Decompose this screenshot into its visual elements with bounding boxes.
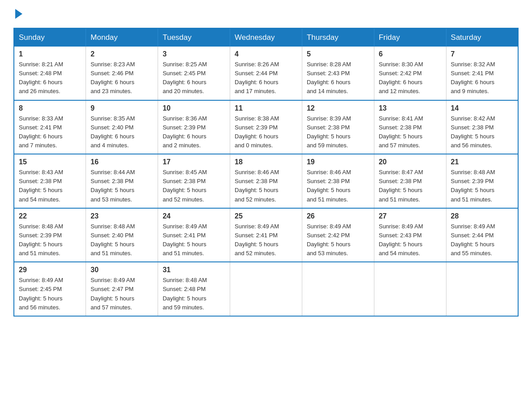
calendar-week-row: 22Sunrise: 8:48 AM Sunset: 2:39 PM Dayli… (14, 208, 518, 262)
day-number: 6 (379, 50, 442, 58)
weekday-header-monday: Monday (86, 28, 158, 47)
day-info: Sunrise: 8:48 AM Sunset: 2:39 PM Dayligh… (451, 168, 513, 204)
calendar-week-row: 8Sunrise: 8:33 AM Sunset: 2:41 PM Daylig… (14, 100, 518, 154)
day-info: Sunrise: 8:33 AM Sunset: 2:41 PM Dayligh… (19, 114, 81, 150)
day-number: 1 (19, 50, 81, 58)
weekday-header-thursday: Thursday (302, 28, 374, 47)
weekday-header-saturday: Saturday (446, 28, 518, 47)
day-number: 2 (90, 50, 153, 58)
logo (13, 9, 22, 19)
day-number: 24 (163, 212, 225, 220)
calendar-day-cell: 29Sunrise: 8:49 AM Sunset: 2:45 PM Dayli… (14, 262, 86, 316)
calendar-day-cell: 6Sunrise: 8:30 AM Sunset: 2:42 PM Daylig… (374, 47, 446, 100)
weekday-header-tuesday: Tuesday (158, 28, 230, 47)
calendar-day-cell: 8Sunrise: 8:33 AM Sunset: 2:41 PM Daylig… (14, 100, 86, 154)
day-number: 3 (163, 50, 225, 58)
calendar-day-cell: 5Sunrise: 8:28 AM Sunset: 2:43 PM Daylig… (302, 47, 374, 100)
calendar-empty-cell (230, 262, 302, 316)
day-number: 25 (235, 212, 297, 220)
page-header (13, 9, 519, 19)
day-number: 15 (19, 158, 81, 166)
day-info: Sunrise: 8:26 AM Sunset: 2:44 PM Dayligh… (235, 60, 297, 96)
day-info: Sunrise: 8:25 AM Sunset: 2:45 PM Dayligh… (163, 60, 225, 96)
day-number: 5 (307, 50, 369, 58)
calendar-day-cell: 28Sunrise: 8:49 AM Sunset: 2:44 PM Dayli… (446, 208, 518, 262)
calendar-day-cell: 21Sunrise: 8:48 AM Sunset: 2:39 PM Dayli… (446, 154, 518, 208)
day-info: Sunrise: 8:48 AM Sunset: 2:48 PM Dayligh… (163, 276, 225, 312)
calendar-day-cell: 3Sunrise: 8:25 AM Sunset: 2:45 PM Daylig… (158, 47, 230, 100)
day-info: Sunrise: 8:46 AM Sunset: 2:38 PM Dayligh… (307, 168, 369, 204)
day-number: 28 (451, 212, 513, 220)
day-info: Sunrise: 8:41 AM Sunset: 2:38 PM Dayligh… (379, 114, 442, 150)
day-number: 22 (19, 212, 81, 220)
calendar-day-cell: 14Sunrise: 8:42 AM Sunset: 2:38 PM Dayli… (446, 100, 518, 154)
weekday-header-wednesday: Wednesday (230, 28, 302, 47)
day-number: 26 (307, 212, 369, 220)
calendar-day-cell: 9Sunrise: 8:35 AM Sunset: 2:40 PM Daylig… (86, 100, 158, 154)
calendar-empty-cell (302, 262, 374, 316)
day-number: 14 (451, 104, 513, 112)
weekday-header-friday: Friday (374, 28, 446, 47)
day-info: Sunrise: 8:49 AM Sunset: 2:45 PM Dayligh… (19, 276, 81, 312)
day-number: 7 (451, 50, 513, 58)
day-info: Sunrise: 8:43 AM Sunset: 2:38 PM Dayligh… (19, 168, 81, 204)
day-info: Sunrise: 8:44 AM Sunset: 2:38 PM Dayligh… (90, 168, 153, 204)
day-number: 21 (451, 158, 513, 166)
day-number: 30 (90, 266, 153, 274)
day-info: Sunrise: 8:32 AM Sunset: 2:41 PM Dayligh… (451, 60, 513, 96)
day-info: Sunrise: 8:49 AM Sunset: 2:47 PM Dayligh… (90, 276, 153, 312)
day-info: Sunrise: 8:48 AM Sunset: 2:39 PM Dayligh… (19, 222, 81, 258)
calendar-day-cell: 12Sunrise: 8:39 AM Sunset: 2:38 PM Dayli… (302, 100, 374, 154)
day-number: 8 (19, 104, 81, 112)
logo-triangle-icon (15, 9, 22, 19)
day-info: Sunrise: 8:49 AM Sunset: 2:43 PM Dayligh… (379, 222, 442, 258)
day-info: Sunrise: 8:47 AM Sunset: 2:38 PM Dayligh… (379, 168, 442, 204)
day-info: Sunrise: 8:48 AM Sunset: 2:40 PM Dayligh… (90, 222, 153, 258)
calendar-day-cell: 4Sunrise: 8:26 AM Sunset: 2:44 PM Daylig… (230, 47, 302, 100)
weekday-header-sunday: Sunday (14, 28, 86, 47)
calendar-empty-cell (446, 262, 518, 316)
calendar-day-cell: 26Sunrise: 8:49 AM Sunset: 2:42 PM Dayli… (302, 208, 374, 262)
day-number: 12 (307, 104, 369, 112)
day-number: 16 (90, 158, 153, 166)
calendar-day-cell: 7Sunrise: 8:32 AM Sunset: 2:41 PM Daylig… (446, 47, 518, 100)
day-number: 23 (90, 212, 153, 220)
day-info: Sunrise: 8:35 AM Sunset: 2:40 PM Dayligh… (90, 114, 153, 150)
calendar-week-row: 15Sunrise: 8:43 AM Sunset: 2:38 PM Dayli… (14, 154, 518, 208)
day-info: Sunrise: 8:49 AM Sunset: 2:44 PM Dayligh… (451, 222, 513, 258)
day-number: 10 (163, 104, 225, 112)
day-info: Sunrise: 8:39 AM Sunset: 2:38 PM Dayligh… (307, 114, 369, 150)
calendar-day-cell: 22Sunrise: 8:48 AM Sunset: 2:39 PM Dayli… (14, 208, 86, 262)
day-number: 20 (379, 158, 442, 166)
calendar-day-cell: 2Sunrise: 8:23 AM Sunset: 2:46 PM Daylig… (86, 47, 158, 100)
day-info: Sunrise: 8:38 AM Sunset: 2:39 PM Dayligh… (235, 114, 297, 150)
day-info: Sunrise: 8:49 AM Sunset: 2:41 PM Dayligh… (163, 222, 225, 258)
day-info: Sunrise: 8:49 AM Sunset: 2:41 PM Dayligh… (235, 222, 297, 258)
calendar-week-row: 29Sunrise: 8:49 AM Sunset: 2:45 PM Dayli… (14, 262, 518, 316)
calendar-header-row: SundayMondayTuesdayWednesdayThursdayFrid… (14, 28, 518, 47)
calendar-day-cell: 16Sunrise: 8:44 AM Sunset: 2:38 PM Dayli… (86, 154, 158, 208)
calendar-week-row: 1Sunrise: 8:21 AM Sunset: 2:48 PM Daylig… (14, 47, 518, 100)
day-info: Sunrise: 8:23 AM Sunset: 2:46 PM Dayligh… (90, 60, 153, 96)
calendar-day-cell: 15Sunrise: 8:43 AM Sunset: 2:38 PM Dayli… (14, 154, 86, 208)
calendar-day-cell: 24Sunrise: 8:49 AM Sunset: 2:41 PM Dayli… (158, 208, 230, 262)
day-number: 4 (235, 50, 297, 58)
calendar-day-cell: 11Sunrise: 8:38 AM Sunset: 2:39 PM Dayli… (230, 100, 302, 154)
calendar-day-cell: 19Sunrise: 8:46 AM Sunset: 2:38 PM Dayli… (302, 154, 374, 208)
day-info: Sunrise: 8:46 AM Sunset: 2:38 PM Dayligh… (235, 168, 297, 204)
day-number: 31 (163, 266, 225, 274)
calendar-day-cell: 30Sunrise: 8:49 AM Sunset: 2:47 PM Dayli… (86, 262, 158, 316)
day-info: Sunrise: 8:21 AM Sunset: 2:48 PM Dayligh… (19, 60, 81, 96)
day-info: Sunrise: 8:36 AM Sunset: 2:39 PM Dayligh… (163, 114, 225, 150)
day-number: 17 (163, 158, 225, 166)
day-number: 27 (379, 212, 442, 220)
calendar-day-cell: 18Sunrise: 8:46 AM Sunset: 2:38 PM Dayli… (230, 154, 302, 208)
calendar-day-cell: 17Sunrise: 8:45 AM Sunset: 2:38 PM Dayli… (158, 154, 230, 208)
day-number: 19 (307, 158, 369, 166)
calendar-empty-cell (374, 262, 446, 316)
calendar-day-cell: 25Sunrise: 8:49 AM Sunset: 2:41 PM Dayli… (230, 208, 302, 262)
day-info: Sunrise: 8:30 AM Sunset: 2:42 PM Dayligh… (379, 60, 442, 96)
day-info: Sunrise: 8:49 AM Sunset: 2:42 PM Dayligh… (307, 222, 369, 258)
day-number: 9 (90, 104, 153, 112)
day-number: 13 (379, 104, 442, 112)
